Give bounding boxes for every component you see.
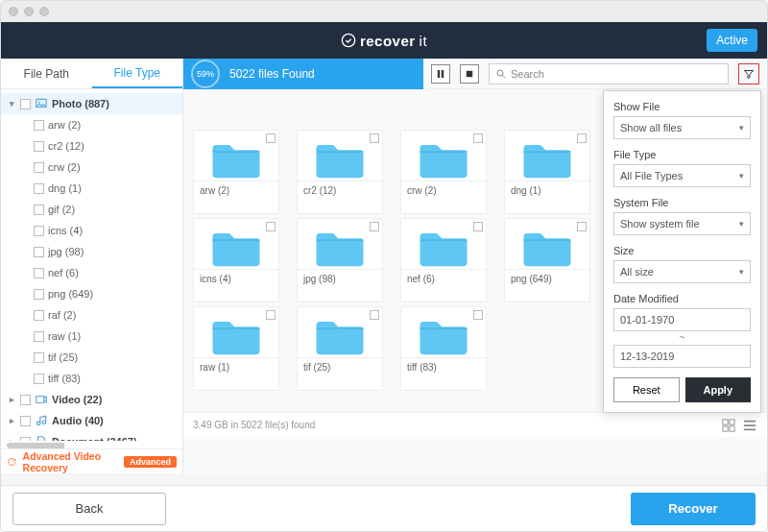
tree-item[interactable]: raw (1)	[1, 326, 182, 347]
tree-item[interactable]: tiff (83)	[1, 368, 182, 389]
stop-button[interactable]	[460, 64, 479, 84]
filter-file-type-label: File Type	[613, 149, 751, 160]
back-button[interactable]: Back	[12, 493, 166, 525]
filter-reset-button[interactable]: Reset	[613, 377, 680, 402]
tree-label: jpg (98)	[48, 246, 84, 257]
filter-system-file-select[interactable]: Show system file	[613, 212, 751, 235]
tree-item[interactable]: crw (2)	[1, 157, 182, 178]
filter-file-type-select[interactable]: All File Types	[613, 164, 751, 187]
advanced-video-recovery-link[interactable]: Advanced Video Recovery Advanced	[1, 448, 182, 473]
date-range-separator: ~	[613, 333, 751, 343]
filter-date-from[interactable]	[613, 308, 751, 331]
folder-item[interactable]: icns (4)	[193, 218, 279, 302]
active-button[interactable]: Active	[707, 29, 757, 52]
checkbox[interactable]	[370, 133, 379, 143]
checkbox[interactable]	[34, 331, 44, 342]
brand-icon	[341, 33, 356, 48]
checkbox[interactable]	[34, 205, 44, 215]
view-list-button[interactable]	[742, 418, 757, 433]
folder-item[interactable]: jpg (98)	[297, 218, 383, 302]
checkbox[interactable]	[34, 120, 44, 131]
checkbox[interactable]	[370, 310, 379, 320]
checkbox[interactable]	[20, 99, 31, 109]
checkbox[interactable]	[20, 416, 31, 426]
checkbox[interactable]	[370, 222, 379, 231]
folder-name: jpg (98)	[298, 269, 382, 288]
image-icon	[35, 97, 48, 110]
folder-item[interactable]: cr2 (12)	[297, 130, 383, 214]
folder-item[interactable]: tif (25)	[297, 306, 383, 391]
folder-item[interactable]: dng (1)	[504, 130, 590, 214]
tree-category[interactable]: ▸ Audio (40)	[1, 410, 182, 431]
search-input[interactable]: Search	[489, 63, 729, 85]
traffic-light-min[interactable]	[24, 7, 34, 16]
svg-rect-9	[442, 70, 444, 78]
refresh-icon	[7, 455, 17, 469]
checkbox[interactable]	[34, 183, 44, 194]
checkbox[interactable]	[20, 395, 31, 405]
tree-category[interactable]: ▸ Document (3467)	[1, 431, 182, 441]
checkbox[interactable]	[577, 222, 587, 231]
checkbox[interactable]	[266, 133, 276, 143]
traffic-light-max[interactable]	[39, 7, 49, 16]
svg-rect-8	[438, 70, 440, 78]
folder-item[interactable]: nef (6)	[400, 218, 487, 302]
checkbox[interactable]	[34, 310, 44, 321]
doc-icon	[35, 435, 48, 441]
tree-item[interactable]: png (649)	[1, 283, 182, 304]
tree-item[interactable]: icns (4)	[1, 220, 182, 241]
checkbox[interactable]	[34, 141, 44, 152]
folder-item[interactable]: png (649)	[504, 218, 590, 302]
view-grid-button[interactable]	[721, 418, 736, 433]
filter-apply-button[interactable]: Apply	[685, 377, 752, 402]
caret-icon: ▾	[7, 99, 16, 109]
folder-item[interactable]: arw (2)	[193, 130, 279, 214]
tree-item[interactable]: tif (25)	[1, 347, 182, 368]
tree-category[interactable]: ▾ Photo (887)	[1, 93, 182, 114]
checkbox[interactable]	[266, 310, 276, 320]
tree-label: tiff (83)	[48, 373, 81, 384]
folder-name: cr2 (12)	[298, 181, 382, 200]
checkbox[interactable]	[34, 374, 44, 384]
tree-item[interactable]: raf (2)	[1, 304, 182, 326]
checkbox[interactable]	[473, 310, 483, 320]
filter-show-file-select[interactable]: Show all files	[613, 116, 751, 139]
category-tree[interactable]: ▾ Photo (887) arw (2) cr2 (12) crw (2) d…	[1, 89, 182, 441]
checkbox[interactable]	[577, 133, 587, 143]
tab-file-type[interactable]: File Type	[92, 59, 183, 88]
pause-button[interactable]	[431, 64, 450, 84]
checkbox[interactable]	[473, 133, 483, 143]
checkbox[interactable]	[34, 268, 44, 278]
tree-item[interactable]: cr2 (12)	[1, 135, 182, 157]
tree-item[interactable]: dng (1)	[1, 178, 182, 199]
caret-icon: ▸	[7, 437, 16, 441]
checkbox[interactable]	[266, 222, 276, 231]
filter-size-label: Size	[613, 245, 751, 256]
tree-item[interactable]: nef (6)	[1, 262, 182, 283]
checkbox[interactable]	[34, 162, 44, 173]
checkbox[interactable]	[34, 226, 44, 236]
checkbox[interactable]	[473, 222, 483, 231]
scan-found-count: 5022 files Found	[229, 67, 315, 81]
folder-item[interactable]: raw (1)	[193, 306, 279, 391]
folder-item[interactable]: tiff (83)	[400, 306, 487, 391]
checkbox[interactable]	[34, 289, 44, 300]
traffic-light-close[interactable]	[9, 7, 18, 16]
tree-item[interactable]: jpg (98)	[1, 241, 182, 262]
recover-button[interactable]: Recover	[631, 493, 756, 525]
tree-item[interactable]: arw (2)	[1, 114, 182, 135]
tree-item[interactable]: gif (2)	[1, 199, 182, 220]
tree-category[interactable]: ▸ Video (22)	[1, 389, 182, 410]
folder-item[interactable]: crw (2)	[400, 130, 487, 214]
filter-button[interactable]	[738, 63, 759, 85]
tab-file-path[interactable]: File Path	[1, 59, 92, 88]
video-icon	[35, 393, 48, 406]
folder-icon	[520, 227, 574, 269]
filter-date-to[interactable]	[613, 345, 751, 368]
folder-name: raw (1)	[194, 357, 278, 376]
filter-size-select[interactable]: All size	[613, 260, 751, 283]
checkbox[interactable]	[34, 247, 44, 257]
folder-name: dng (1)	[505, 181, 589, 200]
checkbox[interactable]	[34, 352, 44, 363]
checkbox[interactable]	[20, 437, 31, 442]
